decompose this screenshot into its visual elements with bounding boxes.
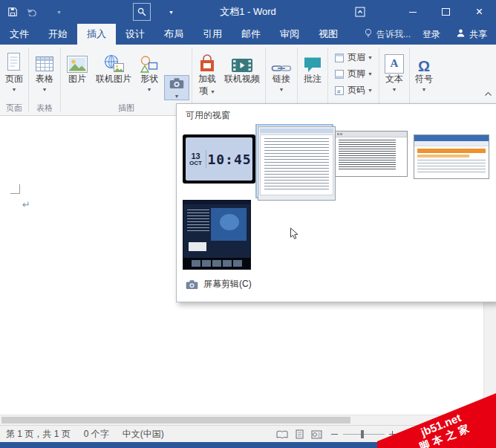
zoom-slider-track[interactable] xyxy=(343,434,385,435)
thumbnail-art xyxy=(183,258,250,269)
chevron-down-icon: ▼ xyxy=(174,94,180,99)
group-label-illustrations: 插图 xyxy=(61,103,192,114)
online-pictures-button[interactable]: 联机图片 xyxy=(92,47,135,87)
read-mode-icon[interactable] xyxy=(276,430,288,439)
clock-time: 10:45 xyxy=(206,152,252,167)
tab-mailings[interactable]: 邮件 xyxy=(232,24,270,45)
thumbnail-art xyxy=(337,133,339,135)
thumbnail-art xyxy=(258,126,336,201)
collapse-ribbon-icon[interactable] xyxy=(484,86,492,100)
header-icon xyxy=(334,53,345,63)
web-layout-icon[interactable] xyxy=(311,430,322,439)
pages-label: 页面 xyxy=(5,74,23,85)
tab-design[interactable]: 设计 xyxy=(116,24,154,45)
links-button[interactable]: 链接 ▼ xyxy=(267,47,296,94)
header-button[interactable]: 页眉 ▼ xyxy=(334,51,373,64)
page-number-icon: # xyxy=(334,85,345,96)
customize-toolbar-chevron-icon[interactable]: ▼ xyxy=(169,10,174,15)
status-left: 第 1 页，共 1 页 0 个字 中文(中国) xyxy=(6,426,177,443)
window-thumbnail-dark[interactable] xyxy=(183,200,251,270)
link-icon xyxy=(271,48,292,74)
screen-clipping-label: 屏幕剪辑(C) xyxy=(203,278,252,290)
language-indicator[interactable]: 中文(中国) xyxy=(123,428,164,441)
comment-button[interactable]: 批注 xyxy=(299,47,326,87)
window-thumbnail-editor[interactable] xyxy=(335,131,408,177)
horizontal-scrollbar[interactable] xyxy=(0,415,496,426)
table-label: 表格 xyxy=(36,74,53,85)
search-icon[interactable] xyxy=(133,3,151,21)
online-pictures-icon xyxy=(102,48,125,74)
share-button[interactable]: 共享 xyxy=(452,28,487,41)
window-controls: × xyxy=(396,0,496,24)
save-icon[interactable] xyxy=(7,7,18,17)
print-layout-icon[interactable] xyxy=(296,429,304,439)
thumbnail-art xyxy=(192,260,200,267)
camera-clip-icon xyxy=(186,279,198,290)
screen-clipping-item[interactable]: 屏幕剪辑(C) xyxy=(186,278,252,290)
tell-me-box[interactable]: 告诉我... xyxy=(360,28,411,41)
comment-icon xyxy=(303,48,322,74)
thumbnail-art xyxy=(264,138,329,192)
pictures-label: 图片 xyxy=(68,74,86,85)
footer-label: 页脚 xyxy=(347,68,365,80)
pictures-button[interactable]: 图片 xyxy=(62,47,92,87)
pages-button[interactable]: 页面 ▼ xyxy=(1,47,27,94)
tab-review[interactable]: 审阅 xyxy=(270,24,309,45)
window-thumbnail-clock[interactable]: 13 OCT 10:45 xyxy=(183,134,255,184)
symbols-label: 符号 xyxy=(415,74,433,85)
page-number-label: 页码 xyxy=(347,84,365,97)
comment-label: 批注 xyxy=(304,74,322,85)
ribbon-display-options-icon[interactable] xyxy=(355,7,365,20)
tab-file[interactable]: 文件 xyxy=(0,24,39,45)
close-button[interactable]: × xyxy=(463,0,496,24)
clock-date: 13 OCT xyxy=(186,150,206,169)
minimize-button[interactable] xyxy=(396,0,429,24)
screenshot-button[interactable]: ▼ xyxy=(164,75,189,100)
chevron-down-icon: ▼ xyxy=(210,89,215,94)
addins-button[interactable]: 加载 项▼ xyxy=(194,47,221,98)
clock-month: OCT xyxy=(189,160,202,167)
chevron-down-icon: ▼ xyxy=(391,87,397,92)
zoom-in-icon[interactable] xyxy=(389,431,396,438)
sign-in-button[interactable]: 登录 xyxy=(422,28,440,41)
window-thumbnail-document[interactable] xyxy=(255,124,333,198)
footer-button[interactable]: 页脚 ▼ xyxy=(334,68,373,80)
thumbnail-art xyxy=(233,260,242,267)
screenshot-column: ▼ xyxy=(163,47,190,100)
thumbnail-art xyxy=(414,141,489,146)
table-button[interactable]: 表格 ▼ xyxy=(30,47,59,94)
chevron-down-icon: ▼ xyxy=(12,87,17,92)
tab-references[interactable]: 引用 xyxy=(193,24,232,45)
tab-view[interactable]: 视图 xyxy=(309,24,347,45)
thumbnail-art xyxy=(186,207,248,253)
tab-layout[interactable]: 布局 xyxy=(154,24,193,45)
chevron-down-icon: ▼ xyxy=(42,87,48,92)
quick-access-toolbar: ▼ ▼ xyxy=(7,0,183,24)
online-video-button[interactable]: 联机视频 xyxy=(221,47,264,87)
page-indicator[interactable]: 第 1 页，共 1 页 xyxy=(6,428,71,441)
text-button[interactable]: A 文本 ▼ xyxy=(381,47,408,94)
chevron-down-icon: ▼ xyxy=(279,87,284,92)
status-bar: 第 1 页，共 1 页 0 个字 中文(中国) xyxy=(0,425,496,443)
tab-home[interactable]: 开始 xyxy=(39,24,77,45)
zoom-slider-thumb[interactable] xyxy=(361,430,364,438)
tabrow-right: 告诉我... 登录 共享 xyxy=(348,24,496,45)
shapes-button[interactable]: 形状 ▼ xyxy=(135,47,163,94)
maximize-button[interactable] xyxy=(429,0,463,24)
tell-me-label: 告诉我... xyxy=(376,28,411,41)
undo-icon[interactable] xyxy=(27,8,39,16)
window-thumbnail-browser[interactable] xyxy=(414,134,489,179)
tab-insert[interactable]: 插入 xyxy=(77,24,116,45)
symbols-button[interactable]: Ω 符号 ▼ xyxy=(411,47,437,94)
zoom-out-icon[interactable] xyxy=(331,434,338,435)
mouse-cursor xyxy=(290,227,298,243)
page-number-button[interactable]: # 页码 ▼ xyxy=(334,84,373,97)
thumbnail-art xyxy=(336,137,407,173)
thumbnail-art xyxy=(414,135,489,141)
horizontal-scrollbar-thumb[interactable] xyxy=(1,417,350,423)
undo-chevron-icon[interactable]: ▼ xyxy=(56,10,62,15)
scroll-down-arrow-icon[interactable] xyxy=(487,406,493,412)
word-count[interactable]: 0 个字 xyxy=(84,428,109,441)
titlebar: ▼ ▼ 文档1 - Word × xyxy=(0,0,496,24)
person-icon xyxy=(456,28,466,40)
